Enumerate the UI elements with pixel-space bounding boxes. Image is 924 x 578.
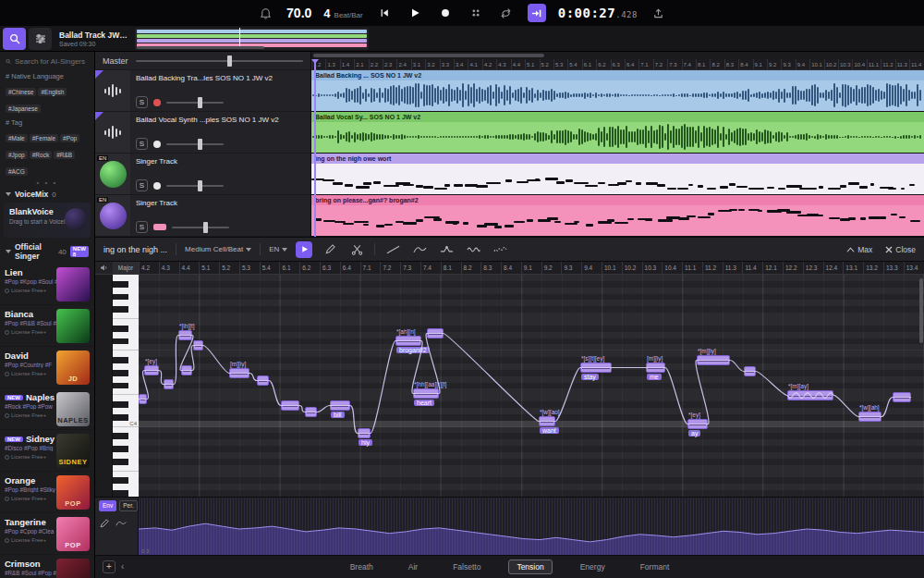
- mixer-panel-button[interactable]: [29, 28, 52, 50]
- midi-note[interactable]: *[m][ay]: [787, 390, 833, 400]
- volume-slider[interactable]: [166, 102, 224, 104]
- track-color-chip[interactable]: [153, 224, 166, 230]
- piano-key-white[interactable]: [113, 275, 139, 281]
- project-info[interactable]: Ballad Track JW v1 Saved 09:30: [59, 31, 129, 47]
- param-pencil-tool-icon[interactable]: [99, 518, 110, 529]
- piano-key-black[interactable]: [113, 433, 139, 439]
- piano-key-white[interactable]: [113, 350, 139, 357]
- maximize-editor-button[interactable]: Max: [846, 245, 872, 254]
- filter-tag[interactable]: #Female: [30, 134, 58, 142]
- sidebar-resize-handle[interactable]: • • •: [0, 179, 94, 186]
- singer-card[interactable]: Crimson#R&B #Soul #Pop #License Free+POP: [0, 555, 94, 578]
- midi-note[interactable]: [893, 392, 911, 402]
- add-parameter-button[interactable]: +: [103, 560, 116, 573]
- quantize-dropdown[interactable]: Medium Cell/Beat: [185, 245, 251, 254]
- midi-note[interactable]: [139, 394, 147, 404]
- freehand-tool-icon[interactable]: [491, 241, 509, 258]
- midi-note[interactable]: *[m][iy]: [697, 355, 730, 365]
- close-editor-button[interactable]: Close: [885, 245, 916, 254]
- search-bar[interactable]: [0, 52, 94, 70]
- discover-singers-button[interactable]: [3, 28, 26, 50]
- midi-note[interactable]: hiy: [358, 428, 371, 438]
- piano-key-black[interactable]: [113, 401, 139, 408]
- preview-play-button[interactable]: [296, 241, 312, 258]
- blankvoice-card[interactable]: BlankVoice Drag to start a VoiceMix: [4, 203, 91, 238]
- piano-keyboard[interactable]: C4: [113, 275, 139, 497]
- piano-roll-ruler[interactable]: 4.24.34.45.15.25.35.46.16.26.36.47.17.27…: [139, 262, 924, 275]
- clip[interactable]: ing on the nigh owe wort: [311, 154, 924, 195]
- solo-button[interactable]: S: [136, 138, 148, 150]
- midi-note[interactable]: *[ey]: [144, 365, 159, 375]
- clip[interactable]: bring on please...gan#? brogan#2: [311, 195, 924, 237]
- filter-tag[interactable]: #Rock: [30, 151, 52, 159]
- play-button[interactable]: [406, 4, 424, 22]
- notifications-bell-icon[interactable]: [256, 4, 274, 22]
- piano-key-black[interactable]: [113, 306, 139, 313]
- anchor-tool-icon[interactable]: [437, 241, 456, 258]
- tension-curve-area[interactable]: 0.3: [139, 498, 924, 555]
- midi-note[interactable]: bill: [330, 400, 350, 411]
- record-button[interactable]: [436, 4, 455, 22]
- midi-note[interactable]: [257, 375, 269, 386]
- piano-key-black[interactable]: [113, 383, 139, 389]
- vibrato-tool-icon[interactable]: [464, 241, 482, 258]
- midi-note[interactable]: [181, 365, 192, 375]
- piano-key-black[interactable]: [113, 370, 139, 376]
- midi-note[interactable]: [281, 400, 299, 411]
- midi-note[interactable]: *[w][ao]want: [539, 416, 555, 426]
- piano-key-black[interactable]: [113, 338, 139, 345]
- piano-key-white[interactable]: [113, 452, 139, 459]
- solo-button[interactable]: S: [136, 179, 148, 191]
- note-grid[interactable]: *[ey]*[ih][t][m][iy]billhiy*[ah][n]broga…: [139, 275, 924, 497]
- solo-button[interactable]: S: [136, 221, 148, 233]
- beats-per-bar-value[interactable]: 4: [323, 6, 330, 20]
- record-arm-dot[interactable]: [153, 99, 161, 106]
- param-tab-tension[interactable]: Tension: [508, 560, 552, 574]
- skip-to-start-button[interactable]: [375, 4, 394, 22]
- master-volume-slider[interactable]: [136, 60, 303, 62]
- midi-note[interactable]: *[w][ah]: [858, 412, 881, 422]
- piano-key-black[interactable]: [113, 294, 139, 301]
- piano-key-white[interactable]: [113, 319, 139, 326]
- piano-key-white[interactable]: [113, 472, 139, 478]
- param-tab-air[interactable]: Air: [401, 560, 425, 573]
- piano-key-white[interactable]: [113, 439, 139, 446]
- track-header[interactable]: ENSinger TrackS: [95, 154, 310, 195]
- piano-key-black[interactable]: [113, 357, 139, 363]
- volume-slider[interactable]: [172, 227, 229, 228]
- record-arm-dot[interactable]: [153, 182, 161, 190]
- piano-key-black[interactable]: [113, 459, 139, 465]
- piano-key-white[interactable]: [113, 427, 139, 434]
- active-clip-label[interactable]: ing on the nigh ...: [103, 245, 167, 254]
- midi-note[interactable]: [m][iy]: [229, 368, 249, 378]
- midi-note[interactable]: [m][iy]me: [646, 363, 665, 373]
- singer-card[interactable]: Lien#Pop #Kpop #Soul #License Free+: [0, 264, 94, 305]
- piano-key-black[interactable]: [113, 414, 139, 421]
- track-header[interactable]: Ballad Backing Tra...les SOS NO 1 JW v2S: [95, 70, 310, 112]
- export-icon[interactable]: [650, 4, 668, 22]
- track-header[interactable]: Ballad Vocal Synth ...ples SOS NO 1 JW v…: [95, 112, 310, 154]
- env-toggle[interactable]: Env: [99, 500, 116, 511]
- piano-key-white[interactable]: [113, 300, 139, 306]
- voicemix-section-header[interactable]: VoiceMix 0: [0, 186, 94, 202]
- go-to-playhead-button[interactable]: [528, 4, 546, 22]
- arrangement-overview[interactable]: [135, 28, 369, 50]
- overview-scrollbar[interactable]: [137, 46, 264, 49]
- filter-tag[interactable]: #Jpop: [6, 151, 28, 159]
- piano-key-white[interactable]: [113, 332, 139, 338]
- singer-card[interactable]: Bianca#Pop #R&B #Soul #License Free+: [0, 305, 94, 347]
- per-toggle[interactable]: Per.: [119, 500, 138, 511]
- search-input[interactable]: [15, 57, 89, 66]
- singer-card[interactable]: NEWNaples#Rock #Pop #PowLicense Free+Nap…: [0, 388, 94, 430]
- singer-card[interactable]: David#Pop #Country #FLicense Free+JD: [0, 347, 94, 388]
- singer-card[interactable]: Orange#Pop #Bright #SilkyLicense Free+PO…: [0, 472, 94, 513]
- tempo-value[interactable]: 70.0: [286, 6, 311, 20]
- timeline-scrollbar[interactable]: [311, 52, 924, 59]
- piano-key-black[interactable]: [113, 477, 139, 484]
- param-curve-tool-icon[interactable]: [116, 518, 127, 529]
- piano-key-white[interactable]: [113, 484, 139, 490]
- filter-tag[interactable]: #R&B: [54, 151, 75, 159]
- metronome-grid-icon[interactable]: [467, 4, 485, 22]
- midi-note[interactable]: *[hh][aa][r][t]heart: [413, 388, 439, 399]
- singer-card[interactable]: NEWSidney#Disco #Pop #BrigLicense Free+S…: [0, 430, 94, 472]
